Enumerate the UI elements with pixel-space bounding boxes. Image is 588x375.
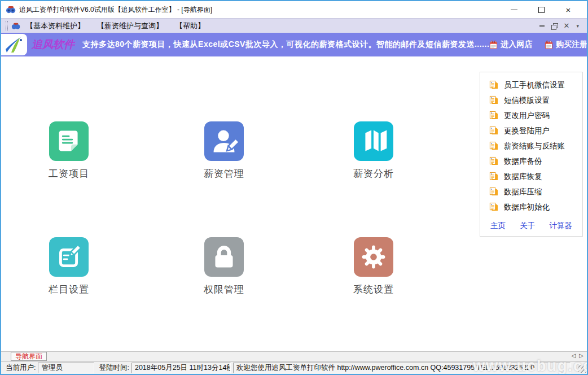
tile-label: 薪资分析 bbox=[334, 167, 413, 180]
banner-tagline: 支持多达80个薪资项目，快速从Excel或CSV批次导入，可视化的薪资格式设计。… bbox=[82, 40, 489, 50]
maximize-icon bbox=[538, 7, 545, 13]
login-time-label: 登陆时间: bbox=[96, 363, 131, 373]
menu-bar: 【基本资料维护】 【薪资维护与查询】 【帮助】 ✕ ▾ bbox=[1, 18, 587, 33]
binoculars-menu-icon bbox=[11, 21, 20, 30]
tile-label: 工资项目 bbox=[29, 167, 108, 180]
note-icon bbox=[489, 126, 498, 136]
note-icon bbox=[489, 80, 498, 90]
panel-item-label: 数据库初始化 bbox=[504, 202, 550, 212]
banner-link-label: 进入网店 bbox=[501, 40, 532, 50]
panel-item-label: 短信模版设置 bbox=[504, 95, 550, 106]
note-icon bbox=[489, 172, 498, 181]
panel-item-db-backup[interactable]: 数据库备份 bbox=[480, 154, 582, 169]
swoosh-logo-icon bbox=[5, 36, 24, 54]
tile-salary-analysis[interactable]: 薪资分析 bbox=[334, 121, 413, 180]
panel-item-change-password[interactable]: 更改用户密码 bbox=[480, 108, 582, 123]
maximize-button[interactable] bbox=[532, 3, 551, 16]
binoculars-app-icon bbox=[6, 5, 16, 15]
title-bar: 追风工资单打印软件V6.0试用版【追风软件工作室】 - [导航界面] × bbox=[1, 1, 587, 18]
panel-item-wechat-settings[interactable]: 员工手机微信设置 bbox=[480, 77, 582, 93]
main-area: 工资项目 薪资管理 bbox=[1, 56, 587, 351]
notepad-icon bbox=[545, 41, 553, 49]
panel-item-switch-user[interactable]: 更换登陆用户 bbox=[480, 123, 582, 138]
tile-label: 权限管理 bbox=[185, 283, 264, 296]
close-button[interactable]: × bbox=[559, 3, 578, 16]
tab-scroll-left-icon[interactable]: ◁ bbox=[572, 352, 576, 359]
tile-salary-items[interactable]: 工资项目 bbox=[29, 121, 108, 180]
note-icon bbox=[489, 141, 498, 151]
note-icon bbox=[489, 111, 498, 120]
tile-label: 栏目设置 bbox=[29, 283, 108, 296]
menu-help[interactable]: 【帮助】 bbox=[175, 21, 205, 31]
panel-item-sms-template[interactable]: 短信模版设置 bbox=[480, 93, 582, 108]
panel-item-label: 更换登陆用户 bbox=[504, 126, 550, 136]
panel-item-label: 更改用户密码 bbox=[504, 111, 550, 121]
panel-link-calculator[interactable]: 计算器 bbox=[550, 221, 573, 231]
panel-item-label: 数据库压缩 bbox=[504, 187, 542, 197]
document-icon bbox=[49, 121, 89, 161]
note-icon bbox=[489, 95, 498, 105]
tab-scroll-right-icon[interactable]: ▷ bbox=[579, 352, 583, 359]
toolbar-grip[interactable] bbox=[6, 21, 8, 31]
menu-basic-data[interactable]: 【基本资料维护】 bbox=[26, 21, 85, 31]
note-icon bbox=[489, 202, 498, 212]
note-icon bbox=[489, 156, 498, 166]
tab-navigation-view[interactable]: 导航界面 bbox=[11, 352, 47, 361]
panel-item-db-initialize[interactable]: 数据库初始化 bbox=[480, 199, 582, 215]
current-user-label: 当前用户: bbox=[3, 363, 38, 373]
note-icon bbox=[489, 187, 498, 197]
panel-item-salary-settlement[interactable]: 薪资结账与反结账 bbox=[480, 138, 582, 154]
current-user-value: 管理员 bbox=[38, 363, 94, 373]
brand-name: 追风软件 bbox=[32, 37, 74, 52]
mdi-close-icon[interactable]: ✕ bbox=[564, 22, 570, 29]
resize-grip[interactable] bbox=[578, 365, 586, 373]
tile-label: 薪资管理 bbox=[185, 167, 264, 180]
banner-link-shop[interactable]: 进入网店 bbox=[489, 40, 532, 50]
map-icon bbox=[354, 121, 393, 161]
panel-link-about[interactable]: 关于 bbox=[520, 221, 535, 231]
compose-icon bbox=[49, 237, 89, 277]
tile-salary-management[interactable]: 薪资管理 bbox=[185, 121, 264, 180]
quick-panel: 员工手机微信设置 短信模版设置 更改用户密码 更换登陆用户 薪资结账与反结账 数… bbox=[480, 72, 583, 237]
panel-link-home[interactable]: 主页 bbox=[490, 221, 506, 231]
status-bar: 当前用户: 管理员 登陆时间: 2018年05月25日 11时13分14秒 欢迎… bbox=[1, 361, 587, 374]
tile-system-settings[interactable]: 系统设置 bbox=[334, 237, 413, 296]
mdi-minimize-icon[interactable] bbox=[539, 25, 545, 27]
notepad-icon bbox=[489, 41, 498, 49]
mdi-restore-icon[interactable] bbox=[551, 23, 557, 29]
panel-item-label: 数据库恢复 bbox=[504, 172, 542, 182]
panel-item-db-restore[interactable]: 数据库恢复 bbox=[480, 169, 582, 184]
minimize-icon bbox=[511, 10, 517, 10]
tile-permission-management[interactable]: 权限管理 bbox=[185, 237, 264, 296]
panel-item-label: 数据库备份 bbox=[504, 156, 542, 167]
gear-icon bbox=[354, 237, 393, 277]
minimize-button[interactable] bbox=[504, 3, 524, 16]
mdi-dropdown-icon[interactable]: ▾ bbox=[576, 23, 579, 29]
panel-item-label: 员工手机微信设置 bbox=[504, 80, 565, 90]
brand-logo bbox=[1, 34, 27, 55]
tile-column-settings[interactable]: 栏目设置 bbox=[29, 237, 108, 296]
banner-link-register[interactable]: 购买注册 bbox=[545, 40, 587, 50]
user-edit-icon bbox=[204, 121, 244, 161]
panel-item-db-compress[interactable]: 数据库压缩 bbox=[480, 184, 582, 199]
tile-label: 系统设置 bbox=[334, 283, 413, 296]
login-time-value: 2018年05月25日 11时13分14秒 bbox=[131, 363, 231, 373]
app-window: 追风工资单打印软件V6.0试用版【追风软件工作室】 - [导航界面] × 【基本… bbox=[0, 0, 588, 375]
menu-salary-maintain[interactable]: 【薪资维护与查询】 bbox=[97, 21, 163, 31]
window-title: 追风工资单打印软件V6.0试用版【追风软件工作室】 - [导航界面] bbox=[19, 5, 212, 15]
panel-item-label: 薪资结账与反结账 bbox=[504, 141, 565, 151]
welcome-message: 欢迎您使用追风工资单打印软件 http://www.pweroffice.com… bbox=[233, 363, 571, 373]
close-icon: × bbox=[566, 6, 571, 14]
banner-link-label: 购买注册 bbox=[556, 40, 587, 50]
banner: 追风软件 支持多达80个薪资项目，快速从Excel或CSV批次导入，可视化的薪资… bbox=[1, 33, 587, 56]
bottom-tab-strip: 导航界面 ◁ ▷ bbox=[1, 351, 587, 361]
lock-icon bbox=[204, 237, 244, 277]
